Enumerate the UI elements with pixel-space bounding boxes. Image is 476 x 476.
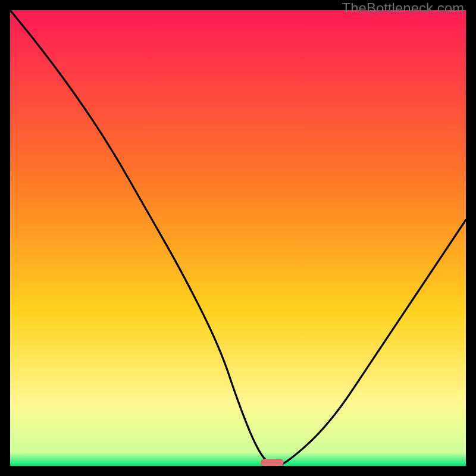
chart-frame: [10, 10, 466, 466]
attribution-text: TheBottleneck.com: [342, 0, 464, 17]
optimal-marker: [261, 459, 283, 466]
gradient-background: [10, 10, 466, 466]
chart-canvas: [10, 10, 466, 466]
